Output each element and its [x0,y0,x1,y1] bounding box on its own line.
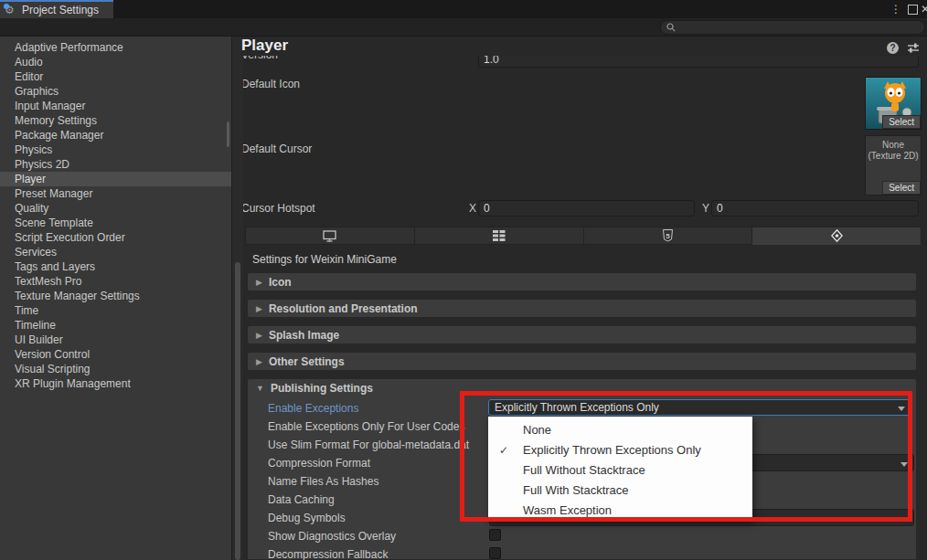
sidebar-item-adaptive-performance[interactable]: Adaptive Performance [0,40,231,55]
sidebar-item-audio[interactable]: Audio [0,55,231,69]
default-icon-label: Default Icon [241,78,300,90]
svg-text:5: 5 [666,232,670,240]
tab-webgl[interactable]: 5 [583,227,752,245]
sidebar-item-time[interactable]: Time [0,303,231,318]
sidebar-item-scene-template[interactable]: Scene Template [0,216,231,230]
foldout-arrow-icon: ▶ [256,357,262,366]
section-label: Publishing Settings [271,382,373,395]
show-diagnostics-overlay-checkbox[interactable] [489,529,501,541]
decompression-fallback-label: Decompression Fallback [268,548,388,560]
weixin-minigame-icon [831,229,843,242]
sidebar-item-version-control[interactable]: Version Control [0,347,231,362]
tab-dedicated-server[interactable] [414,227,583,245]
sidebar-item-physics-2d[interactable]: Physics 2D [0,157,231,172]
sidebar-item-timeline[interactable]: Timeline [0,318,231,333]
sidebar-item-texture-manager-settings[interactable]: Texture Manager Settings [0,289,231,303]
sidebar-item-xr-plugin-management[interactable]: XR Plugin Management [0,376,231,391]
foldout-arrow-icon: ▶ [256,278,262,287]
search-input[interactable] [676,22,913,33]
section-label: Other Settings [269,355,345,368]
publishing-settings-header[interactable]: ▼ Publishing Settings [256,382,373,395]
sidebar-item-player[interactable]: Player [0,172,231,186]
default-icon-select-button[interactable]: Select [882,115,921,129]
sidebar-item-services[interactable]: Services [0,245,231,259]
title-bar: ⚙ Project Settings ⋮ ✕ [0,0,927,18]
default-icon-thumbnail[interactable]: Select [865,77,922,130]
show-diagnostics-overlay-label: Show Diagnostics Overlay [268,530,396,543]
sidebar-item-preset-manager[interactable]: Preset Manager [0,186,231,201]
platform-tabs: 5 [245,227,922,245]
preset-sliders-icon[interactable] [907,42,920,54]
cursor-hotspot-label: Cursor Hotspot [241,202,315,215]
settings-for-text: Settings for Weixin MiniGame [252,253,397,266]
search-box[interactable] [660,20,925,35]
sidebar-item-tags-and-layers[interactable]: Tags and Layers [0,259,231,274]
compression-format-label: Compression Format [268,457,370,470]
section-label: Resolution and Presentation [269,302,418,315]
foldout-arrow-icon: ▶ [256,331,262,340]
foldout-arrow-icon: ▼ [256,384,264,393]
sidebar-item-visual-scripting[interactable]: Visual Scripting [0,362,231,376]
sidebar-item-memory-settings[interactable]: Memory Settings [0,113,231,128]
data-caching-label: Data Caching [268,493,335,506]
maximize-icon[interactable] [908,5,918,15]
hotspot-x-field[interactable]: 0 [478,200,695,217]
foldout-arrow-icon: ▶ [256,304,262,313]
section-label: Splash Image [269,329,339,342]
html5-icon: 5 [663,229,673,242]
section-label: Icon [269,276,292,289]
toolbar [0,18,927,37]
red-highlight-rectangle [460,391,912,522]
settings-sidebar: Adaptive Performance Audio Editor Graphi… [0,37,231,560]
page-title: Player [241,37,288,55]
sidebar-item-physics[interactable]: Physics [0,143,231,157]
header-band: Player ? [241,37,927,56]
name-files-as-hashes-label: Name Files As Hashes [268,475,378,488]
sidebar-item-script-execution-order[interactable]: Script Execution Order [0,230,231,245]
use-slim-format-label: Use Slim Format For global-metadata.dat [268,438,469,451]
close-icon[interactable]: ✕ [921,3,927,16]
default-cursor-object-field[interactable]: None (Texture 2D) Select [865,135,922,195]
tab-standalone[interactable] [245,227,414,245]
sidebar-item-textmesh-pro[interactable]: TextMesh Pro [0,274,231,289]
hotspot-x-label: X [469,202,476,215]
window-title: Project Settings [22,4,99,16]
search-icon [666,23,676,32]
enable-exceptions-user-codes-label: Enable Exceptions Only For User Codes [268,420,464,433]
debug-symbols-label: Debug Symbols [268,512,346,524]
sidebar-scrollbar-thumb[interactable] [227,122,229,147]
sidebar-item-editor[interactable]: Editor [0,69,231,84]
section-resolution-and-presentation[interactable]: ▶ Resolution and Presentation [247,299,917,318]
section-splash-image[interactable]: ▶ Splash Image [247,325,917,344]
decompression-fallback-checkbox[interactable] [489,547,501,559]
section-other-settings[interactable]: ▶ Other Settings [247,352,917,371]
help-icon[interactable]: ? [887,42,899,54]
sidebar-item-input-manager[interactable]: Input Manager [0,99,231,113]
tab-weixin-minigame[interactable] [751,227,922,245]
sidebar-item-package-manager[interactable]: Package Manager [0,128,231,143]
default-cursor-label: Default Cursor [241,143,312,155]
hotspot-y-label: Y [702,202,709,215]
default-cursor-select-button[interactable]: Select [882,181,921,195]
settings-gear-icon: ⚙ [5,4,17,16]
sidebar-item-graphics[interactable]: Graphics [0,84,231,99]
hotspot-y-field[interactable]: 0 [711,200,919,217]
default-cursor-value: None (Texture 2D) [866,140,921,162]
enable-exceptions-label: Enable Exceptions [268,402,358,415]
project-settings-tab[interactable]: ⚙ Project Settings [0,0,113,18]
content-scrollbar-thumb[interactable] [235,262,240,560]
section-icon[interactable]: ▶ Icon [247,272,917,291]
monitor-icon [323,230,336,242]
sidebar-item-ui-builder[interactable]: UI Builder [0,333,231,347]
server-icon [493,230,506,241]
window-menu-icon[interactable]: ⋮ [890,3,901,16]
sidebar-item-quality[interactable]: Quality [0,201,231,216]
